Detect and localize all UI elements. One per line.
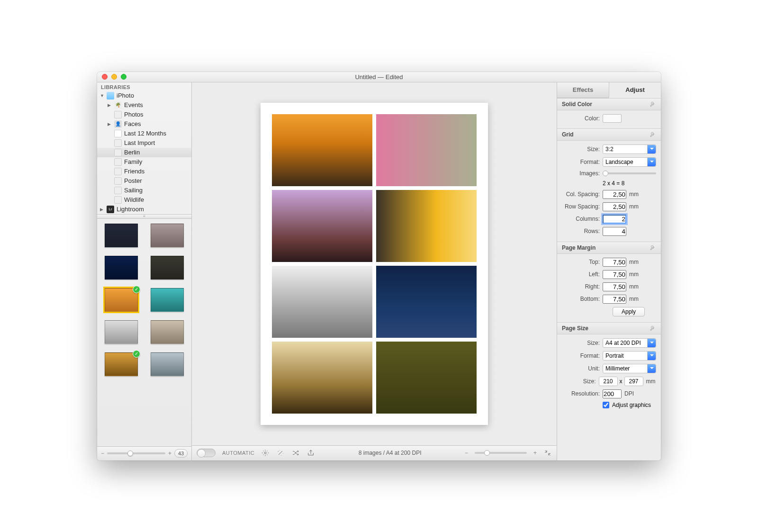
- thumbnail[interactable]: [105, 256, 138, 280]
- sidebar-item-faces[interactable]: ▶ 👤 Faces: [97, 119, 191, 129]
- wrench-icon[interactable]: [650, 131, 656, 138]
- col-spacing-field[interactable]: [603, 190, 626, 199]
- sidebar-item-friends[interactable]: Friends: [97, 167, 191, 176]
- margin-right-field[interactable]: [603, 282, 626, 291]
- page[interactable]: [261, 103, 488, 425]
- sidebar-item-lastimport[interactable]: Last Import: [97, 138, 191, 148]
- zoom-out-button[interactable]: −: [101, 450, 104, 457]
- shuffle-icon[interactable]: [291, 449, 300, 457]
- thumbnail[interactable]: [151, 352, 184, 376]
- canvas-footer: AUTOMATIC 8 images / A4 at 200 DPI − +: [192, 445, 557, 460]
- thumbnail[interactable]: [151, 224, 184, 247]
- sidebar-item-family[interactable]: Family: [97, 157, 191, 167]
- grid-images-slider[interactable]: [603, 172, 656, 174]
- thumbnail[interactable]: [105, 320, 138, 344]
- grid-images-formula: 2 x 4 = 8: [603, 180, 624, 187]
- page-format-select[interactable]: Portrait: [603, 351, 656, 361]
- sidebar-item-wildlife[interactable]: Wildlife: [97, 195, 191, 205]
- thumbnail[interactable]: [151, 320, 184, 344]
- wrench-icon[interactable]: [650, 101, 656, 108]
- grid-size-select[interactable]: 3:2: [603, 144, 656, 154]
- adjust-graphics-checkbox[interactable]: [603, 402, 609, 408]
- canvas-zoom-slider[interactable]: [475, 452, 527, 454]
- columns-field[interactable]: [603, 215, 626, 224]
- grid-cell[interactable]: [272, 342, 372, 414]
- disclosure-right-icon[interactable]: ▶: [108, 103, 112, 108]
- page-width-field[interactable]: [599, 377, 618, 386]
- color-swatch[interactable]: [603, 114, 622, 123]
- thumbnail[interactable]: [105, 224, 138, 247]
- grid-cell[interactable]: [376, 266, 477, 338]
- page-size-select[interactable]: A4 at 200 DPI: [603, 338, 656, 348]
- disclosure-right-icon[interactable]: ▶: [108, 122, 112, 126]
- thumbnail[interactable]: [151, 288, 184, 312]
- app-body: LIBRARIES ▼ iPhoto ▶ 🌴 Events Photos: [97, 82, 661, 460]
- sidebar-item-label: Faces: [124, 120, 141, 127]
- thumbnail-selected[interactable]: ✓: [105, 288, 138, 312]
- margin-left-field[interactable]: [603, 270, 626, 279]
- grid-cell[interactable]: [376, 190, 477, 262]
- rows-label: Rows:: [562, 228, 600, 234]
- sidebar-item-label: Family: [124, 158, 142, 165]
- grid-cell[interactable]: [376, 342, 477, 414]
- album-icon: [114, 168, 122, 175]
- resolution-field[interactable]: [603, 389, 622, 398]
- zoom-in-button[interactable]: +: [168, 450, 171, 457]
- apply-button[interactable]: Apply: [613, 307, 645, 316]
- margin-top-field[interactable]: [603, 258, 626, 267]
- sidebar-item-label: Friends: [124, 168, 144, 175]
- rows-field[interactable]: [603, 227, 626, 236]
- section-title: Grid: [562, 131, 574, 138]
- library-tree: ▼ iPhoto ▶ 🌴 Events Photos ▶ 👤: [97, 91, 191, 214]
- share-icon[interactable]: [307, 449, 315, 457]
- sidebar-footer: − + 43: [97, 446, 191, 460]
- sidebar-item-sailing[interactable]: Sailing: [97, 186, 191, 195]
- sidebar-item-last12[interactable]: Last 12 Months: [97, 129, 191, 138]
- grid-cell[interactable]: [376, 114, 477, 186]
- disclosure-down-icon[interactable]: ▼: [100, 93, 104, 98]
- grid-format-select[interactable]: Landscape: [603, 157, 656, 167]
- wrench-icon[interactable]: [650, 244, 656, 251]
- grid-format-label: Format:: [562, 159, 600, 165]
- thumb-size-slider[interactable]: [107, 452, 165, 454]
- page-grid: [272, 114, 477, 414]
- grid-cell[interactable]: [272, 266, 372, 338]
- thumb-count-badge: 43: [174, 449, 188, 458]
- automatic-toggle[interactable]: [197, 449, 216, 457]
- thumbnail[interactable]: ✓: [105, 352, 138, 376]
- used-checkmark-icon: ✓: [133, 286, 140, 293]
- grid-cell[interactable]: [272, 114, 372, 186]
- gear-icon[interactable]: [261, 449, 270, 457]
- section-title: Solid Color: [562, 101, 592, 108]
- tab-adjust[interactable]: Adjust: [609, 82, 661, 98]
- canvas-zoom-out[interactable]: −: [465, 450, 468, 456]
- exit-fullscreen-icon[interactable]: [543, 449, 552, 457]
- sidebar-item-poster[interactable]: Poster: [97, 176, 191, 186]
- chevron-down-icon: [647, 352, 656, 360]
- titlebar: Untitled — Edited: [97, 72, 661, 82]
- grid-cell[interactable]: [272, 190, 372, 262]
- row-spacing-field[interactable]: [603, 202, 626, 211]
- library-iphoto[interactable]: ▼ iPhoto: [97, 91, 191, 100]
- disclosure-right-icon[interactable]: ▶: [100, 207, 104, 212]
- thumbnail[interactable]: [151, 256, 184, 280]
- wrench-icon[interactable]: [650, 325, 656, 332]
- library-lightroom[interactable]: ▶ Lr Lightroom: [97, 205, 191, 214]
- tab-effects[interactable]: Effects: [557, 82, 609, 98]
- sidebar-item-label: Poster: [124, 177, 142, 184]
- canvas-zoom-in[interactable]: +: [533, 450, 537, 456]
- magic-wand-icon[interactable]: [276, 449, 285, 457]
- sidebar-item-events[interactable]: ▶ 🌴 Events: [97, 100, 191, 110]
- used-checkmark-icon: ✓: [133, 350, 140, 358]
- sidebar-item-label: Sailing: [124, 187, 143, 194]
- sidebar-item-berlin[interactable]: Berlin: [97, 148, 191, 157]
- page-unit-label: Unit:: [562, 365, 600, 372]
- automatic-label: AUTOMATIC: [222, 450, 254, 456]
- page-height-field[interactable]: [624, 377, 643, 386]
- chevron-down-icon: [647, 364, 656, 373]
- page-unit-select[interactable]: Millimeter: [603, 364, 656, 373]
- sidebar-divider[interactable]: [97, 214, 191, 219]
- canvas[interactable]: [192, 82, 557, 445]
- sidebar-item-photos[interactable]: Photos: [97, 110, 191, 119]
- margin-bottom-field[interactable]: [603, 295, 626, 304]
